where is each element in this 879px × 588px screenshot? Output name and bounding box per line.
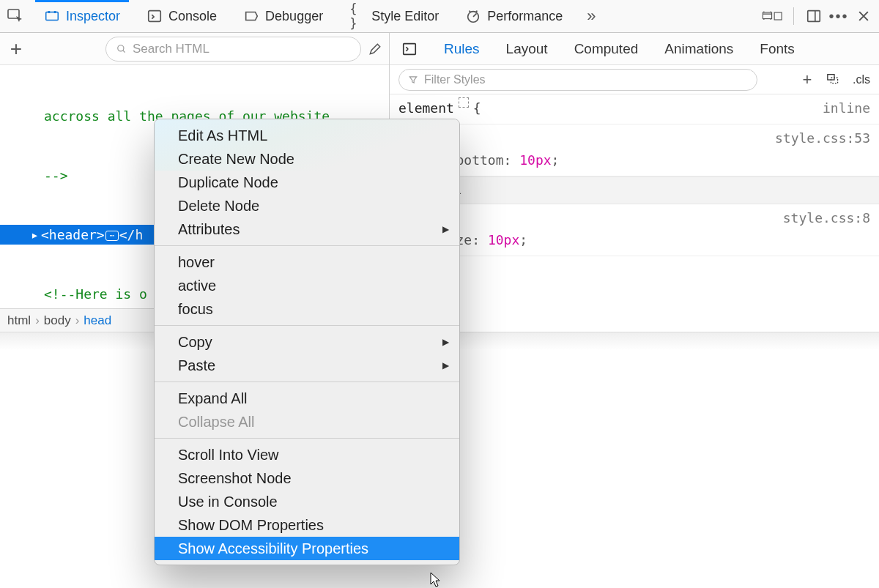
highlighter-toggle-icon[interactable] — [459, 97, 469, 108]
edit-html-icon[interactable] — [367, 38, 383, 60]
menu-item-hover[interactable]: hover — [155, 250, 459, 274]
svg-rect-3 — [54, 11, 56, 13]
svg-point-5 — [468, 12, 479, 23]
filter-styles-input[interactable]: Filter Styles — [398, 69, 757, 91]
svg-rect-7 — [774, 12, 782, 20]
pseudo-class-panel-icon[interactable] — [826, 72, 842, 87]
rule-source[interactable]: style.css:53 — [775, 127, 870, 149]
filter-placeholder: Filter Styles — [424, 73, 486, 86]
rule-declaration[interactable]: in-bottom: 10px; — [390, 149, 879, 171]
svg-rect-11 — [828, 74, 834, 79]
search-placeholder: Search HTML — [133, 42, 209, 56]
menu-item-focus[interactable]: focus — [155, 297, 459, 321]
menu-item-create-new-node[interactable]: Create New Node — [155, 147, 459, 171]
svg-rect-8 — [808, 11, 820, 22]
svg-rect-4 — [149, 11, 161, 22]
tab-label: Console — [168, 9, 217, 24]
breadcrumb-item-current[interactable]: head — [84, 313, 111, 328]
devtools-toolbar: Inspector Console Debugger { } Style Edi… — [0, 0, 879, 33]
tab-inspector[interactable]: Inspector — [35, 0, 129, 32]
tab-label: Debugger — [265, 9, 323, 24]
rule-source[interactable]: style.css:8 — [783, 207, 870, 229]
subtab-computed[interactable]: Computed — [574, 41, 639, 57]
tab-label: Inspector — [66, 9, 120, 24]
rule-declaration[interactable]: -size: 10px; — [390, 229, 879, 251]
page-inspect-icon[interactable] — [4, 5, 26, 27]
menu-item-show-dom-properties[interactable]: Show DOM Properties — [155, 513, 459, 537]
svg-point-9 — [118, 45, 124, 51]
tab-label: Performance — [487, 9, 563, 24]
add-node-button[interactable]: + — [6, 37, 26, 61]
subtab-animations[interactable]: Animations — [664, 41, 733, 57]
menu-item-active[interactable]: active — [155, 274, 459, 297]
menu-item-attributes[interactable]: Attributes — [155, 217, 459, 241]
chevron-right-icon: › — [35, 313, 40, 328]
tab-debugger[interactable]: Debugger — [234, 0, 332, 32]
tab-console[interactable]: Console — [138, 0, 226, 32]
debugger-icon — [243, 8, 259, 24]
tab-performance[interactable]: Performance — [456, 0, 571, 32]
breadcrumb-item[interactable]: body — [44, 313, 71, 328]
console-icon — [146, 8, 163, 24]
rule-style-8[interactable]: { style.css:8 -size: 10px; — [390, 204, 879, 256]
svg-rect-1 — [46, 12, 59, 21]
context-menu[interactable]: Edit As HTMLCreate New NodeDuplicate Nod… — [154, 119, 460, 565]
rule-style-53[interactable]: { style.css:53 in-bottom: 10px; — [390, 124, 879, 176]
toggle-classes-button[interactable]: .cls — [853, 73, 870, 86]
rules-list: element { inline { style.css:53 in-botto… — [390, 94, 879, 332]
rules-subtabs: Rules Layout Computed Animations Fonts — [390, 33, 879, 65]
rule-selector[interactable]: element — [398, 97, 454, 119]
rules-panel: Rules Layout Computed Animations Fonts F… — [390, 33, 879, 332]
toolbar-divider — [787, 5, 800, 27]
inspector-icon — [44, 8, 60, 24]
svg-rect-10 — [404, 43, 416, 54]
tab-style-editor[interactable]: { } Style Editor — [341, 0, 448, 32]
menu-item-delete-node[interactable]: Delete Node — [155, 194, 459, 217]
search-icon — [116, 44, 127, 54]
responsive-design-icon[interactable] — [762, 5, 784, 27]
menu-item-duplicate-node[interactable]: Duplicate Node — [155, 171, 459, 194]
dock-side-icon[interactable] — [803, 5, 825, 27]
rule-element-inline[interactable]: element { inline — [390, 94, 879, 124]
menu-item-screenshot-node[interactable]: Screenshot Node — [155, 466, 459, 490]
breadcrumb-item[interactable]: html — [7, 313, 31, 328]
performance-icon — [465, 8, 481, 24]
ellipsis-icon[interactable]: ⋯ — [105, 231, 119, 241]
svg-rect-2 — [48, 11, 51, 13]
menu-separator — [155, 325, 459, 326]
menu-item-use-in-console[interactable]: Use in Console — [155, 490, 459, 513]
rule-source[interactable]: inline — [823, 97, 870, 119]
more-tools-chevron-icon[interactable]: » — [580, 5, 602, 27]
kebab-menu-icon[interactable]: ••• — [828, 5, 850, 27]
menu-item-copy[interactable]: Copy — [155, 330, 459, 354]
menu-item-collapse-all: Collapse All — [155, 410, 459, 433]
menu-separator — [155, 382, 459, 382]
inherited-from-label: from html — [390, 176, 879, 204]
close-devtools-icon[interactable] — [853, 5, 875, 27]
menu-item-scroll-into-view[interactable]: Scroll Into View — [155, 443, 459, 466]
funnel-icon — [408, 75, 418, 85]
menu-separator — [155, 438, 459, 439]
subtab-fonts[interactable]: Fonts — [760, 41, 795, 57]
menu-item-expand-all[interactable]: Expand All — [155, 387, 459, 410]
sidebar-toggle-icon[interactable] — [401, 41, 418, 57]
chevron-right-icon: › — [75, 313, 80, 328]
menu-item-show-accessibility-properties[interactable]: Show Accessibility Properties — [155, 537, 459, 560]
svg-rect-6 — [763, 12, 771, 19]
menu-separator — [155, 245, 459, 246]
rule-brace: { — [473, 97, 481, 119]
subtab-layout[interactable]: Layout — [506, 41, 548, 57]
add-rule-button[interactable]: + — [798, 70, 816, 89]
tab-label: Style Editor — [371, 9, 439, 24]
menu-item-paste[interactable]: Paste — [155, 354, 459, 377]
menu-item-edit-as-html[interactable]: Edit As HTML — [155, 124, 459, 147]
style-editor-icon: { } — [349, 8, 366, 24]
search-html-input[interactable]: Search HTML — [105, 37, 361, 62]
cursor-icon — [429, 571, 443, 588]
subtab-rules[interactable]: Rules — [444, 41, 480, 57]
